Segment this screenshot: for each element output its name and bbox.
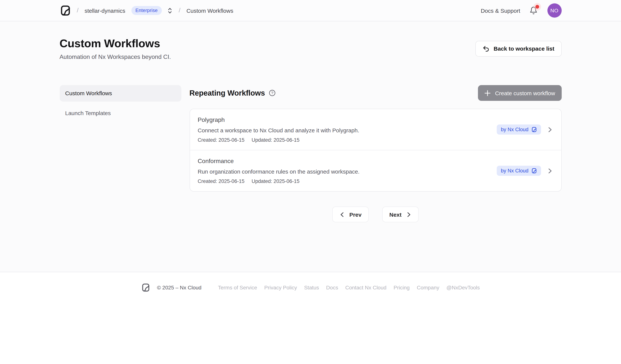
page-subtitle: Automation of Nx Workspaces beyond CI. [59, 54, 171, 60]
breadcrumb-current-page: Custom Workflows [186, 7, 233, 14]
chevron-up-down-icon [167, 7, 173, 14]
by-nx-cloud-badge: by Nx Cloud [497, 125, 541, 135]
notification-dot [535, 5, 539, 9]
prev-page-button[interactable]: Prev [332, 206, 369, 222]
section-header: Repeating Workflows ? [190, 85, 562, 101]
breadcrumb-separator: / [77, 7, 78, 14]
workspace-switcher-button[interactable] [167, 7, 173, 14]
page-header-text: Custom Workflows Automation of Nx Worksp… [59, 37, 171, 60]
nx-logo-icon [531, 168, 537, 174]
workspace-name[interactable]: stellar-dynamics [85, 7, 125, 14]
footer-link-docs[interactable]: Docs [326, 285, 338, 290]
breadcrumb-separator: / [179, 7, 180, 14]
workflow-meta: Created: 2025-06-15 Updated: 2025-06-15 [198, 178, 489, 184]
page-main: Custom Workflows Automation of Nx Worksp… [59, 21, 562, 222]
footer-region: © 2025 – Nx Cloud Terms of Service Priva… [0, 272, 621, 364]
footer-link-terms[interactable]: Terms of Service [218, 285, 257, 290]
app-root: / stellar-dynamics Enterprise / Custom W… [0, 0, 621, 364]
help-circle-icon: ? [269, 90, 276, 96]
navbar-actions: Docs & Support NO [481, 3, 562, 18]
chevron-right-icon[interactable] [547, 167, 553, 174]
workflow-updated: Updated: 2025-06-15 [252, 137, 299, 143]
workflow-created: Created: 2025-06-15 [198, 137, 244, 143]
create-button-label: Create custom workflow [495, 90, 555, 96]
page-header: Custom Workflows Automation of Nx Worksp… [59, 21, 562, 60]
workflow-info: Conformance Run organization conformance… [198, 158, 489, 184]
workflow-list: Polygraph Connect a workspace to Nx Clou… [190, 109, 562, 191]
workflow-row-actions: by Nx Cloud [497, 125, 553, 135]
nx-logo-icon [141, 283, 150, 292]
chevron-right-icon[interactable] [547, 126, 553, 133]
workflow-row-conformance[interactable]: Conformance Run organization conformance… [190, 150, 561, 191]
top-navbar: / stellar-dynamics Enterprise / Custom W… [0, 0, 621, 21]
plan-badge: Enterprise [131, 6, 162, 15]
footer-links: Terms of Service Privacy Policy Status D… [218, 285, 480, 290]
back-button-label: Back to workspace list [494, 45, 554, 52]
next-page-button[interactable]: Next [382, 206, 418, 222]
section-title: Repeating Workflows [190, 89, 265, 97]
copyright-text: © 2025 – Nx Cloud [157, 285, 201, 290]
chevron-left-icon [340, 212, 345, 217]
footer-link-nxdevtools[interactable]: @NxDevTools [447, 285, 480, 290]
workflow-created: Created: 2025-06-15 [198, 178, 244, 184]
page-title: Custom Workflows [59, 37, 171, 50]
footer-link-company[interactable]: Company [417, 285, 439, 290]
footer-link-status[interactable]: Status [304, 285, 319, 290]
next-label: Next [389, 211, 401, 218]
chevron-right-icon [406, 212, 411, 217]
sidebar-item-custom-workflows[interactable]: Custom Workflows [59, 85, 181, 102]
badge-label: by Nx Cloud [501, 168, 528, 174]
navbar-inner: / stellar-dynamics Enterprise / Custom W… [59, 3, 562, 18]
footer-link-privacy[interactable]: Privacy Policy [264, 285, 297, 290]
settings-sidebar: Custom Workflows Launch Templates [59, 85, 181, 122]
pagination: Prev Next [190, 206, 562, 222]
prev-label: Prev [349, 211, 362, 218]
nx-logo-icon [531, 127, 537, 132]
page-top-region: / stellar-dynamics Enterprise / Custom W… [0, 0, 621, 272]
workflow-row-polygraph[interactable]: Polygraph Connect a workspace to Nx Clou… [190, 109, 561, 150]
by-nx-cloud-badge: by Nx Cloud [497, 166, 541, 176]
help-button[interactable]: ? [269, 90, 276, 96]
workflow-meta: Created: 2025-06-15 Updated: 2025-06-15 [198, 137, 489, 143]
workflow-name: Polygraph [198, 116, 489, 124]
content-columns: Custom Workflows Launch Templates Repeat… [59, 85, 562, 222]
workflow-description: Connect a workspace to Nx Cloud and anal… [198, 127, 489, 134]
workflow-description: Run organization conformance rules on th… [198, 168, 489, 175]
docs-support-link[interactable]: Docs & Support [481, 7, 520, 14]
footer-link-pricing[interactable]: Pricing [394, 285, 410, 290]
nx-logo-icon[interactable] [59, 5, 71, 16]
workflow-row-actions: by Nx Cloud [497, 166, 553, 176]
workflow-updated: Updated: 2025-06-15 [252, 178, 299, 184]
workflow-name: Conformance [198, 158, 489, 165]
workflow-info: Polygraph Connect a workspace to Nx Clou… [198, 116, 489, 143]
footer: © 2025 – Nx Cloud Terms of Service Priva… [0, 272, 621, 292]
back-to-workspace-list-button[interactable]: Back to workspace list [475, 41, 562, 56]
sidebar-item-launch-templates[interactable]: Launch Templates [59, 105, 181, 122]
footer-link-contact[interactable]: Contact Nx Cloud [345, 285, 386, 290]
notifications-button[interactable] [529, 6, 537, 15]
undo-arrow-icon [483, 45, 490, 52]
svg-text:?: ? [271, 91, 273, 95]
repeating-workflows-section: Repeating Workflows ? [190, 85, 562, 222]
create-custom-workflow-button[interactable]: Create custom workflow [478, 85, 562, 101]
plus-icon [484, 90, 491, 96]
breadcrumb: / stellar-dynamics Enterprise / Custom W… [59, 5, 233, 16]
badge-label: by Nx Cloud [501, 126, 528, 133]
user-avatar[interactable]: NO [547, 3, 562, 18]
